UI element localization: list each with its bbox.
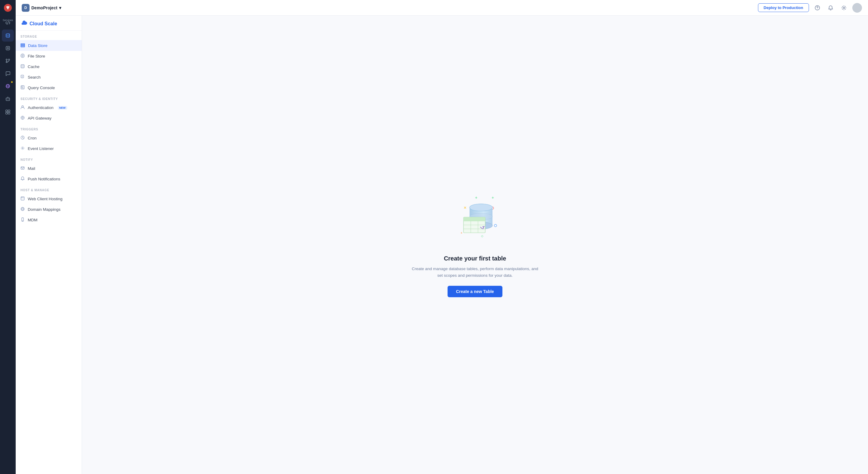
section-label-storage: STORAGE: [16, 31, 82, 40]
main-wrapper: D DemoProject ▾ Deploy to Production: [16, 0, 868, 474]
file-store-icon: [21, 54, 25, 59]
svg-point-6: [6, 59, 7, 60]
sidebar-item-label-search: Search: [28, 75, 41, 79]
sidebar-item-cron[interactable]: Cron: [16, 133, 82, 143]
svg-point-2: [6, 34, 10, 35]
sidebar-item-authentication[interactable]: Authentication NEW: [16, 102, 82, 113]
sidebar-item-api-gateway[interactable]: API Gateway: [16, 113, 82, 124]
user-avatar[interactable]: [852, 3, 862, 13]
rail-services: [2, 17, 14, 118]
sidebar-item-mail[interactable]: Mail: [16, 163, 82, 174]
icon-rail: Services: [0, 0, 16, 474]
api-gateway-icon: [21, 116, 25, 121]
sidebar-item-label-authentication: Authentication: [28, 105, 54, 110]
svg-rect-24: [21, 44, 25, 44]
svg-rect-3: [6, 46, 10, 50]
svg-rect-18: [8, 110, 10, 112]
sidebar-item-label-file-store: File Store: [28, 54, 45, 59]
sidebar-header: Cloud Scale: [16, 16, 82, 31]
svg-point-49: [21, 147, 24, 150]
sidebar-item-web-client-hosting[interactable]: Web Client Hosting: [16, 194, 82, 204]
project-name: DemoProject: [31, 5, 57, 10]
svg-rect-25: [21, 45, 25, 46]
svg-point-13: [7, 99, 7, 99]
query-console-icon: [21, 85, 25, 90]
svg-rect-12: [6, 98, 10, 101]
svg-point-14: [8, 99, 9, 99]
notifications-icon[interactable]: [826, 3, 835, 13]
svg-text:◇: ◇: [481, 234, 484, 238]
svg-point-70: [470, 204, 493, 211]
rail-item-bot[interactable]: [2, 93, 14, 105]
section-label-host: HOST & MANAGE: [16, 184, 82, 194]
svg-line-47: [23, 138, 24, 138]
sidebar-item-mdm[interactable]: MDM: [16, 215, 82, 225]
section-label-triggers: TRIGGERS: [16, 124, 82, 133]
rail-item-chat[interactable]: [2, 67, 14, 79]
create-table-button[interactable]: Create a new Table: [447, 286, 502, 297]
sidebar: Cloud Scale STORAGE Data Store: [16, 16, 82, 474]
sidebar-item-label-event-listener: Event Listener: [28, 146, 54, 151]
svg-rect-26: [21, 46, 25, 47]
sidebar-item-label-data-store: Data Store: [28, 43, 48, 48]
sidebar-item-cache[interactable]: Cache: [16, 61, 82, 72]
rail-item-globe[interactable]: [2, 80, 14, 92]
table-illustration: + + ✕ ◇ +: [445, 193, 505, 247]
cloud-scale-icon: [21, 21, 27, 27]
svg-point-48: [22, 147, 23, 149]
svg-rect-17: [6, 110, 7, 112]
sidebar-item-label-cron: Cron: [28, 136, 36, 140]
domain-icon: [21, 207, 25, 212]
svg-point-16: [7, 97, 8, 97]
svg-point-27: [21, 54, 24, 58]
mail-icon: [21, 166, 25, 171]
authentication-icon: [21, 105, 25, 110]
svg-rect-36: [22, 87, 23, 88]
svg-text:✕: ✕: [464, 206, 467, 210]
sidebar-item-label-api-gateway: API Gateway: [28, 116, 52, 121]
project-selector[interactable]: D DemoProject ▾: [22, 4, 61, 12]
deploy-button[interactable]: Deploy to Production: [758, 3, 809, 12]
sidebar-item-label-query-console: Query Console: [28, 86, 55, 90]
svg-point-4: [7, 47, 9, 49]
svg-rect-78: [464, 217, 485, 221]
help-icon[interactable]: [812, 3, 822, 13]
cron-icon: [21, 136, 25, 141]
settings-icon[interactable]: [839, 3, 849, 13]
sidebar-item-file-store[interactable]: File Store: [16, 51, 82, 61]
sidebar-item-domain-mappings[interactable]: Domain Mappings: [16, 204, 82, 215]
sidebar-item-label-mail: Mail: [28, 166, 35, 171]
data-store-icon: [21, 43, 25, 48]
app-logo: [3, 3, 13, 13]
rail-item-ai[interactable]: [2, 42, 14, 54]
sidebar-item-query-console[interactable]: Query Console: [16, 82, 82, 93]
svg-text:+: +: [475, 195, 477, 200]
svg-rect-20: [8, 112, 10, 114]
sidebar-title: Cloud Scale: [30, 21, 57, 27]
main-content: + + ✕ ◇ +: [82, 16, 868, 474]
sidebar-item-search[interactable]: Search: [16, 72, 82, 82]
new-badge-authentication: NEW: [58, 106, 67, 110]
empty-state: + + ✕ ◇ +: [400, 180, 550, 309]
sidebar-item-data-store[interactable]: Data Store: [16, 40, 82, 51]
svg-point-40: [22, 117, 23, 118]
project-avatar: D: [22, 4, 30, 12]
search-icon: [21, 75, 25, 80]
svg-rect-29: [21, 65, 24, 68]
rail-item-apps[interactable]: [2, 106, 14, 118]
section-label-notify: NOTIFY: [16, 154, 82, 163]
svg-point-62: [494, 224, 497, 227]
event-listener-icon: [21, 146, 25, 151]
sidebar-item-label-web-hosting: Web Client Hosting: [28, 197, 62, 201]
rail-item-git[interactable]: [2, 55, 14, 67]
sidebar-item-label-push-notifications: Push Notifications: [28, 177, 60, 181]
rail-item-database[interactable]: [2, 30, 14, 41]
dropdown-chevron: ▾: [59, 5, 61, 10]
empty-state-title: Create your first table: [444, 255, 506, 262]
svg-rect-51: [21, 197, 24, 200]
sidebar-item-push-notifications[interactable]: Push Notifications: [16, 174, 82, 184]
sidebar-item-label-cache: Cache: [28, 64, 39, 69]
sidebar-item-event-listener[interactable]: Event Listener: [16, 143, 82, 154]
sidebar-item-label-domain-mappings: Domain Mappings: [28, 207, 61, 212]
section-label-security: SECURITY & IDENTITY: [16, 93, 82, 102]
